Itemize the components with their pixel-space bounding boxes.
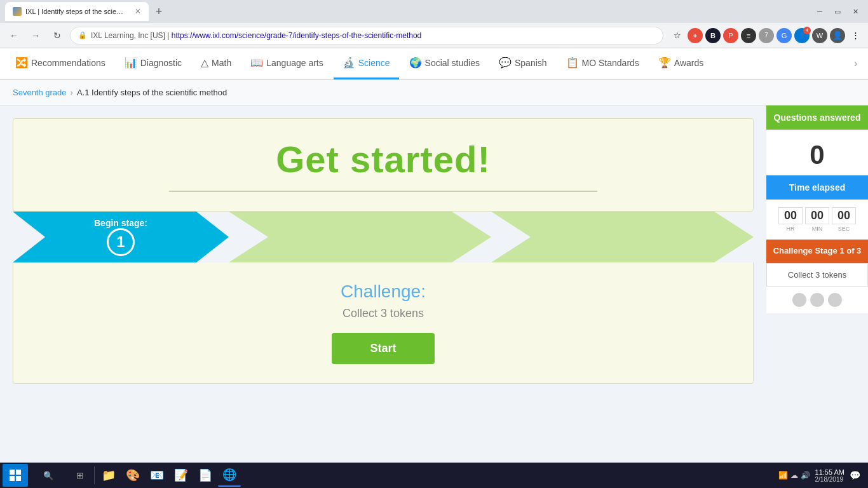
ext-icon-red[interactable]: +: [688, 28, 703, 43]
nav-mo-standards[interactable]: 📋 MO Standards: [557, 48, 648, 79]
ext-icon-7[interactable]: 7: [759, 28, 774, 43]
address-bar: ← → ↻ 🔒 IXL Learning, Inc [US] | https:/…: [0, 23, 868, 48]
minimize-button[interactable]: ─: [812, 5, 827, 18]
nav-diagnostic[interactable]: 📊 Diagnostic: [116, 48, 191, 79]
taskbar-chrome[interactable]: 🌐: [218, 464, 241, 487]
forward-button[interactable]: →: [27, 27, 44, 44]
ext-icon-w[interactable]: W: [812, 28, 827, 43]
nav-science-label: Science: [358, 58, 390, 68]
settings-icon[interactable]: ⋮: [848, 28, 863, 43]
taskbar-sys-icons: 📶 ☁ 🔊: [778, 471, 810, 480]
nav-spanish[interactable]: 💬 Spanish: [490, 48, 556, 79]
get-started-title: Get started!: [26, 138, 740, 180]
taskbar-time: 11:55 AM: [815, 468, 844, 476]
ext-icon-google[interactable]: G: [776, 28, 792, 43]
breadcrumb-skill: A.1 Identify steps of the scientific met…: [77, 88, 227, 97]
notifications-icon[interactable]: 💬: [850, 470, 860, 480]
taskbar-right: 📶 ☁ 🔊 11:55 AM 2/18/2019 💬: [778, 468, 865, 483]
stage-3-arrow: [491, 212, 754, 262]
url-bar[interactable]: 🔒 IXL Learning, Inc [US] | https://www.i…: [70, 27, 663, 44]
maximize-button[interactable]: ▭: [830, 5, 845, 18]
ext-icon-dark[interactable]: B: [705, 28, 721, 43]
url-path: https://www.ixl.com/science/grade-7/iden…: [172, 31, 422, 40]
svg-rect-0: [10, 470, 15, 475]
back-button[interactable]: ←: [5, 27, 23, 44]
breadcrumb: Seventh grade › A.1 Identify steps of th…: [0, 80, 868, 105]
ext-icon-sync[interactable]: 👤4: [794, 28, 810, 43]
bookmark-star-icon[interactable]: ☆: [670, 28, 685, 43]
network-icon: 📶: [778, 471, 788, 480]
right-sidebar: Questions answered 0 Time elapsed 00 HR …: [766, 105, 868, 463]
spanish-icon: 💬: [499, 57, 512, 69]
taskbar: 🔍 ⊞ 📁 🎨 📧 📝 📄 🌐 📶 ☁ 🔊 11:55 AM 2/18/2019…: [0, 463, 868, 488]
nav-math[interactable]: △ Math: [192, 48, 240, 79]
token-dot-3: [828, 293, 842, 307]
nav-recommendations[interactable]: 🔀 Recommendations: [6, 48, 114, 79]
chrome-icon: 🌐: [222, 468, 236, 482]
nav-language-arts[interactable]: 📖 Language arts: [241, 48, 332, 79]
nav-bar: 🔀 Recommendations 📊 Diagnostic △ Math 📖 …: [0, 48, 868, 80]
timer-sec-cell: 00 SEC: [832, 207, 856, 232]
search-icon: 🔍: [43, 471, 53, 480]
file-explorer-icon: 📁: [102, 468, 116, 482]
nav-science[interactable]: 🔬 Science: [334, 48, 399, 79]
ext-icon-pinterest[interactable]: P: [723, 28, 738, 43]
browser-title-bar: IXL | Identify steps of the scientif... …: [0, 0, 868, 23]
refresh-button[interactable]: ↻: [48, 27, 66, 44]
close-tab-button[interactable]: ✕: [135, 7, 141, 16]
user-profile-icon[interactable]: 👤: [830, 28, 845, 43]
token-dots: [766, 287, 868, 313]
stage-1-number: 1: [107, 228, 135, 256]
toolbar-icons: ☆ + B P ≡ 7 G 👤4 W 👤 ⋮: [670, 28, 863, 43]
challenge-card: Challenge: Collect 3 tokens Start: [13, 262, 754, 384]
taskbar-file-explorer[interactable]: 📁: [97, 464, 120, 487]
volume-icon: 🔊: [801, 471, 810, 480]
timer-sec-label: SEC: [832, 226, 856, 232]
stage-1-arrow[interactable]: Begin stage: 1: [13, 212, 229, 262]
diagnostic-icon: 📊: [125, 57, 137, 69]
timer-min-cell: 00 MIN: [805, 207, 829, 232]
svg-rect-1: [16, 470, 21, 475]
task-view-icon: ⊞: [76, 470, 84, 480]
questions-answered-header: Questions answered: [766, 105, 868, 130]
ext-icon-layers[interactable]: ≡: [741, 28, 756, 43]
app1-icon: 🎨: [126, 468, 140, 482]
timer-hr: 00: [778, 207, 803, 224]
taskbar-app-4[interactable]: 📄: [194, 464, 217, 487]
start-button[interactable]: Start: [332, 333, 434, 364]
nav-awards[interactable]: 🏆 Awards: [649, 48, 712, 79]
windows-icon: [10, 470, 21, 481]
timer-row: 00 HR 00 MIN 00 SEC: [766, 200, 868, 232]
new-tab-button[interactable]: +: [151, 4, 166, 19]
timer-min-label: MIN: [805, 226, 829, 232]
content-area: Get started! Begin stage: 1 Challenge: C…: [0, 105, 766, 463]
breadcrumb-separator: ›: [71, 88, 73, 97]
start-menu-button[interactable]: [3, 464, 28, 487]
lock-icon: 🔒: [78, 31, 87, 39]
token-dot-2: [810, 293, 824, 307]
nav-recommendations-label: Recommendations: [31, 58, 105, 68]
app4-icon: 📄: [198, 468, 212, 482]
taskbar-app-1[interactable]: 🎨: [121, 464, 144, 487]
get-started-card: Get started!: [13, 118, 754, 212]
app2-icon: 📧: [150, 468, 164, 482]
close-window-button[interactable]: ✕: [848, 5, 863, 18]
breadcrumb-grade[interactable]: Seventh grade: [13, 88, 67, 97]
science-icon: 🔬: [342, 57, 355, 69]
nav-social-studies[interactable]: 🌍 Social studies: [400, 48, 489, 79]
stage-1-label: Begin stage:: [94, 218, 147, 228]
cloud-icon: ☁: [790, 471, 798, 480]
get-started-divider: [169, 191, 597, 192]
challenge-subtitle: Collect 3 tokens: [26, 307, 740, 320]
social-studies-icon: 🌍: [409, 57, 422, 69]
taskbar-app-3[interactable]: 📝: [170, 464, 193, 487]
svg-rect-3: [16, 476, 21, 481]
task-view-button[interactable]: ⊞: [69, 464, 92, 487]
nav-scroll-right[interactable]: ›: [854, 58, 862, 69]
language-arts-icon: 📖: [250, 57, 263, 69]
browser-tab[interactable]: IXL | Identify steps of the scientif... …: [5, 2, 149, 21]
nav-social-studies-label: Social studies: [425, 58, 480, 68]
nav-diagnostic-label: Diagnostic: [140, 58, 182, 68]
taskbar-app-2[interactable]: 📧: [146, 464, 168, 487]
search-taskbar-button[interactable]: 🔍: [29, 464, 67, 487]
